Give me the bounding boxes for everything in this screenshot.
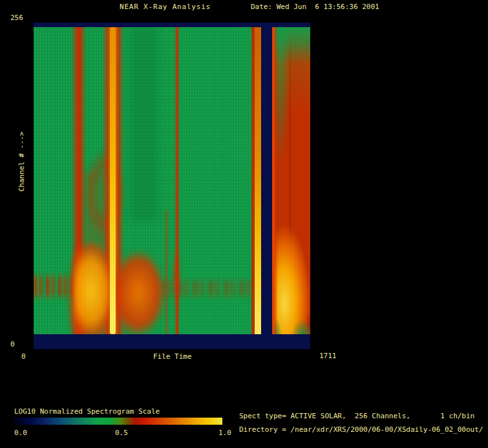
y-axis-tick-min: 0 — [10, 341, 15, 348]
noise-texture — [34, 23, 310, 349]
colorbar-tick-mid: 0.5 — [115, 429, 128, 437]
colorbar-tick-min: 0.0 — [14, 429, 27, 437]
colorbar-label: LOG10 Normalized Spectrogram Scale — [14, 408, 160, 416]
y-axis-tick-max: 256 — [10, 14, 23, 22]
page-title: NEAR X-Ray Analysis — [120, 3, 211, 11]
x-axis-tick-max: 1711 — [319, 352, 337, 360]
x-axis-tick-min: 0 — [21, 353, 26, 361]
date-label: Date: Wed Jun 6 13:56:36 2001 — [251, 3, 379, 11]
directory-line: Directory = /near/xdr/XRS/2000/06-00/XSd… — [239, 426, 483, 434]
y-axis-label: Channel # ---> — [18, 132, 26, 192]
spect-type-line: Spect type= ACTIVE SOLAR, 256 Channels, … — [239, 412, 474, 420]
x-axis-label: File Time — [153, 353, 192, 361]
colorbar-gradient — [14, 418, 222, 425]
near-xray-analysis-window: { "header": { "title": "NEAR X-Ray Analy… — [0, 0, 488, 448]
spectrogram-heatmap — [34, 23, 310, 349]
colorbar-tick-max: 1.0 — [218, 429, 231, 437]
